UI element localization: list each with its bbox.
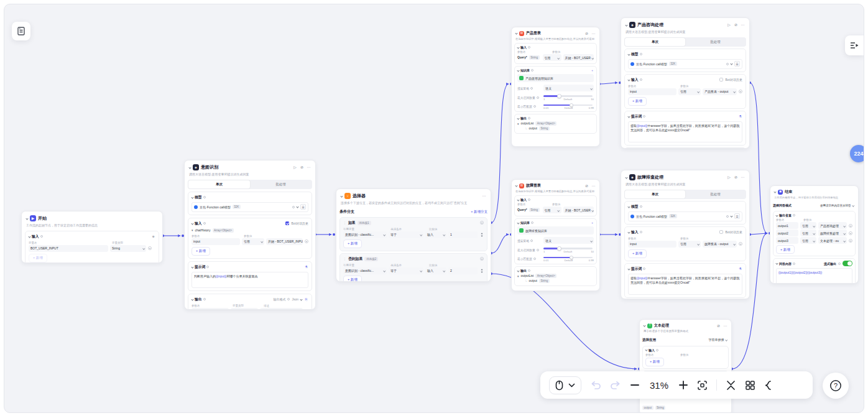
remove-row-icon[interactable]: [148, 246, 152, 250]
collapse-chevron-icon[interactable]: [340, 195, 343, 197]
ref-mode-select[interactable]: 引用: [543, 207, 561, 213]
condition-ref-select[interactable]: 意图识别 - classific...: [343, 231, 387, 238]
add-param-button[interactable]: + 新增: [628, 249, 647, 258]
ref-value-select[interactable]: 开始 - BOT_USER: [563, 54, 594, 61]
cursor-mode-select[interactable]: [549, 376, 581, 394]
more-icon[interactable]: ⋯: [591, 31, 596, 35]
param-name-input[interactable]: input: [628, 241, 676, 248]
ref-mode-select[interactable]: 引用: [678, 88, 701, 95]
strategy-select[interactable]: 语义: [543, 237, 594, 244]
node-fault-llm[interactable]: ◈ 故障排查处理 ▷⊘⋯ 调用大语言模型,使用变量和提示词生成回复 单次 批处理…: [621, 170, 750, 299]
app-select[interactable]: 字符串拼接: [707, 337, 729, 343]
tab-batch[interactable]: 批处理: [685, 190, 746, 198]
model-settings-icon[interactable]: ☰: [734, 61, 740, 67]
add-variable-button[interactable]: + 新增: [29, 254, 47, 262]
ref-value-select[interactable]: 开始 - BOT_USER: [563, 207, 594, 213]
add-param-button[interactable]: + 新增: [628, 97, 647, 106]
add-knowledge-icon[interactable]: ＋: [591, 221, 594, 225]
stream-toggle[interactable]: [843, 261, 852, 266]
disable-icon[interactable]: ⊘: [300, 165, 304, 170]
ref-value-select[interactable]: 产品咨询处理: [818, 222, 847, 229]
ref-value-select[interactable]: 文本处理 - ou: [818, 237, 847, 244]
test-run-icon[interactable]: ▷: [293, 165, 297, 170]
ref-mode-select[interactable]: 引用: [800, 230, 816, 236]
tab-single[interactable]: 单次: [625, 190, 685, 198]
undo-button[interactable]: [590, 381, 601, 390]
node-selector[interactable]: ⑂ 选择器 ⋯ 连接多个下游分支，若设定的条件成立则仅运行对应的分支，若均不成立…: [336, 188, 491, 282]
more-icon[interactable]: ⋯: [723, 323, 727, 328]
collapse-chevron-icon[interactable]: [515, 184, 517, 187]
match-slider[interactable]: [543, 257, 593, 259]
remove-row-icon[interactable]: [739, 90, 742, 93]
add-param-button[interactable]: + 新增: [192, 247, 210, 256]
node-text-process[interactable]: T 文本处理 ⊘⋯ 用于处理多个字符串类型变量的格式 选择应用 字符串拼接 输入…: [639, 319, 732, 413]
output-name-input[interactable]: classificationId: [192, 308, 229, 310]
disable-icon[interactable]: ⊘: [584, 31, 589, 35]
answer-mode-select[interactable]: 使用设定的内容直接回答: [818, 202, 856, 208]
add-condition-button[interactable]: + 新增: [343, 276, 362, 282]
model-select[interactable]: 豆包·Function call模型 32K ☰: [628, 59, 742, 69]
collapse-chevron-icon[interactable]: [625, 24, 627, 26]
test-run-icon[interactable]: ▷: [727, 175, 731, 180]
output-type-select[interactable]: Number: [231, 308, 258, 310]
prompt-textarea[interactable]: 判断用户输入的{{input}}和哪个分类关联度最高: [192, 272, 308, 288]
collapse-chevron-icon[interactable]: [25, 217, 28, 220]
ref-value-select[interactable]: 产品查表 - output: [703, 88, 737, 95]
bot-history-checkbox[interactable]: [719, 230, 723, 234]
recall-slider[interactable]: [543, 95, 593, 97]
workflow-doc-button[interactable]: [12, 22, 30, 40]
value-mode-select[interactable]: 输入: [425, 231, 446, 238]
strategy-select[interactable]: 语义: [543, 85, 594, 91]
format-value[interactable]: Json: [292, 297, 298, 301]
more-icon[interactable]: ⋯: [741, 23, 745, 27]
compare-value-input[interactable]: 1: [448, 231, 478, 238]
fit-view-button[interactable]: [697, 380, 708, 391]
model-settings-icon[interactable]: ☰: [300, 204, 306, 210]
remove-branch-icon[interactable]: [480, 221, 484, 225]
ref-mode-select[interactable]: 引用: [242, 238, 264, 245]
add-condition-button[interactable]: + 新增: [343, 239, 362, 248]
recall-slider[interactable]: [543, 248, 593, 249]
value-mode-select[interactable]: 输入: [425, 267, 446, 274]
model-select[interactable]: 豆包·Function call模型 32K ☰: [628, 211, 742, 221]
tab-single[interactable]: 单次: [188, 180, 250, 188]
notification-badge[interactable]: 224: [850, 145, 864, 162]
node-product-kb[interactable]: ▤ 产品查表 ⊘⋯ 在选定的知识中,根据输入变量召回最匹配的信息,并以列表形式返…: [511, 27, 600, 147]
collapse-nodes-button[interactable]: [726, 380, 736, 391]
open-panel-button[interactable]: [845, 35, 864, 55]
condition-ref-select[interactable]: 意图识别 - classific...: [343, 267, 387, 274]
more-icon[interactable]: ⋯: [591, 183, 596, 188]
remove-branch-icon[interactable]: [480, 257, 484, 261]
disable-icon[interactable]: ⊘: [734, 175, 738, 180]
prompt-library-icon[interactable]: ⚗: [738, 267, 742, 271]
collapse-chevron-icon[interactable]: [188, 166, 191, 169]
ref-mode-select[interactable]: 引用: [800, 237, 816, 244]
remove-row-icon[interactable]: [849, 239, 852, 243]
disable-icon[interactable]: ⊘: [584, 183, 589, 188]
zoom-in-button[interactable]: [678, 380, 688, 390]
disable-icon[interactable]: ⊘: [734, 23, 738, 27]
zoom-level[interactable]: 31%: [649, 380, 670, 391]
output-desc-input[interactable]: 用户问题的分类: [260, 308, 303, 310]
tab-batch[interactable]: 批处理: [250, 180, 312, 188]
test-run-icon[interactable]: ▷: [727, 23, 731, 27]
outvar-name[interactable]: output2: [776, 230, 798, 236]
prompt-textarea[interactable]: 提取{{input}}中answer字段，如果没有此字段，则直接返回“对不起，这…: [628, 121, 742, 142]
more-icon[interactable]: ⋯: [741, 175, 745, 180]
node-fault-kb[interactable]: ▤ 故障查表 ⊘⋯ 在选定的知识中,根据输入变量召回最匹配的信息,并以列表形式返…: [511, 179, 600, 291]
disable-icon[interactable]: ⊘: [716, 323, 721, 328]
node-product-llm[interactable]: ◈ 产品咨询处理 ▷⊘⋯ 调用大语言模型,使用变量和提示词生成回复 单次 批处理…: [621, 17, 750, 149]
collapse-chevron-icon[interactable]: [625, 176, 627, 179]
remove-row-icon[interactable]: [849, 231, 852, 235]
ref-mode-select[interactable]: 引用: [678, 241, 701, 248]
outvar-name[interactable]: output3: [776, 237, 798, 244]
tab-batch[interactable]: 批处理: [685, 38, 746, 46]
setting-icon[interactable]: ⊕: [151, 235, 155, 239]
tab-single[interactable]: 单次: [625, 38, 685, 46]
compare-value-input[interactable]: 2: [448, 267, 478, 274]
collapse-chevron-icon[interactable]: [515, 32, 517, 34]
param-name-input[interactable]: input: [628, 88, 676, 95]
var-type-select[interactable]: String: [110, 245, 146, 252]
remove-row-icon[interactable]: [305, 309, 308, 310]
knowledge-item[interactable]: 故障排查知识库: [517, 226, 594, 235]
